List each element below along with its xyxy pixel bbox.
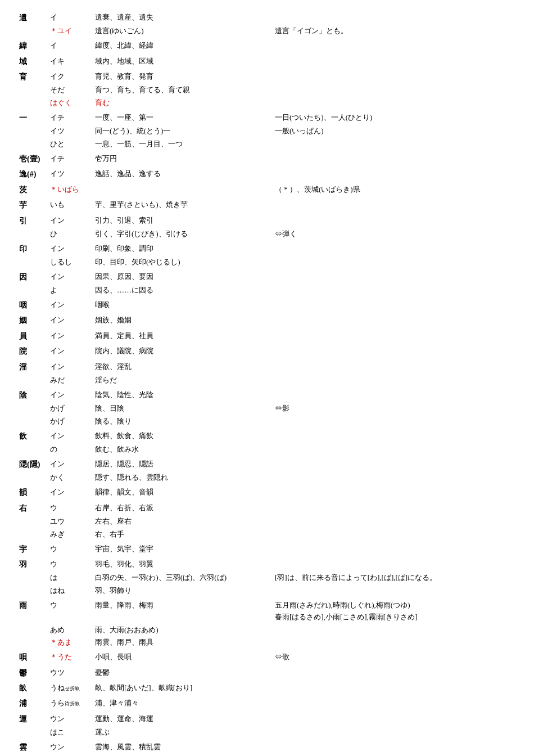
reading-cell: かげ xyxy=(48,402,93,415)
kanji-cell: 宇 xyxy=(17,543,48,556)
reading-text: イン xyxy=(50,431,65,440)
reading-annotation: せ折畝 xyxy=(65,686,80,691)
examples-text: 運ぶ xyxy=(95,728,110,736)
kanji-char: 因 xyxy=(19,273,27,281)
reading-text: ウ xyxy=(50,601,57,609)
kanji-cell: 芋 xyxy=(17,199,48,212)
examples-cell: 芋、里芋(さといも)、焼き芋 xyxy=(93,199,273,212)
kanji-char: 茨 xyxy=(19,186,27,194)
kanji-char: 壱(壹) xyxy=(19,155,40,163)
reading-text: かげ xyxy=(50,404,65,412)
reading-text: かげ xyxy=(50,417,65,425)
examples-cell: 陰気、陰性、光陰 xyxy=(93,389,273,402)
kanji-char: 韻 xyxy=(19,488,27,497)
reading-cell: いも xyxy=(48,199,93,212)
examples-text: 遺言(ゆいごん) xyxy=(95,26,144,35)
kanji-cell: 遺 xyxy=(17,11,48,25)
note-cell xyxy=(273,471,517,484)
reading-text: の xyxy=(50,445,57,453)
examples-text: 一度、一座、第一 xyxy=(95,113,153,122)
kanji-cell: 一 xyxy=(17,111,48,125)
reading-text: いも xyxy=(50,200,65,209)
reading-cell: イン xyxy=(48,299,93,312)
examples-cell: 因る、……に因る xyxy=(93,284,273,297)
kanji-cell xyxy=(17,284,48,297)
reading-text: イツ xyxy=(50,127,65,135)
note-text: （＊）、茨城(いばらき)県 xyxy=(275,185,360,194)
reading-cell: イン xyxy=(48,486,93,500)
examples-text: 白羽の矢、一羽(わ)、三羽(ば)、六羽(ば) xyxy=(95,573,227,582)
examples-cell: 隠す、隠れる、雲隠れ xyxy=(93,471,273,484)
examples-text: 雲海、風雲、積乱雲 xyxy=(95,742,161,751)
examples-cell: 飲料、飲食、痛飲 xyxy=(93,430,273,443)
examples-cell: 雨量、降雨、梅雨 xyxy=(93,599,273,624)
examples-cell: 運動、運命、海運 xyxy=(93,713,273,726)
reading-text: イツ xyxy=(50,169,65,178)
note-cell xyxy=(273,486,517,500)
examples-cell: 遺言(ゆいごん) xyxy=(93,25,273,38)
examples-cell: 逸話、逸品、逸する xyxy=(93,168,273,181)
reading-text: イン xyxy=(50,316,65,324)
note-cell: 一日(ついたち)、一人(ひとり) xyxy=(273,111,517,125)
note-cell xyxy=(273,458,517,471)
note-cell xyxy=(273,242,517,256)
reading-text: うら xyxy=(50,699,65,707)
kanji-char: 右 xyxy=(19,504,27,512)
kanji-char: 芋 xyxy=(19,201,27,209)
reading-text: はこ xyxy=(50,728,65,736)
reading-cell: ウ xyxy=(48,502,93,515)
kanji-char: 姻 xyxy=(19,316,27,325)
reading-text: ウ xyxy=(50,544,57,553)
kanji-cell xyxy=(17,471,48,484)
reading-text: イチ xyxy=(50,113,65,122)
kanji-char: 引 xyxy=(19,217,27,225)
examples-text: 緯度、北緯、経緯 xyxy=(95,41,153,50)
reading-cell: しるし xyxy=(48,256,93,269)
reading-cell: ウ xyxy=(48,543,93,556)
reading-cell: は xyxy=(48,572,93,584)
reading-text: はぐく xyxy=(50,98,72,107)
note-cell: 五月雨(さみだれ),時雨(しぐれ),梅雨(つゆ) 春雨[はるさめ],小雨[こさめ… xyxy=(273,599,517,624)
examples-cell: 淫らだ xyxy=(93,374,273,387)
reading-text: イン xyxy=(50,390,65,399)
examples-text: 右岸、右折、右派 xyxy=(95,503,153,512)
kanji-cell: 咽 xyxy=(17,299,48,312)
reading-text: はね xyxy=(50,586,65,595)
kanji-cell: 因 xyxy=(17,271,48,284)
kanji-cell: 淫 xyxy=(17,361,48,374)
note-cell xyxy=(273,168,517,181)
examples-text: 右、右手 xyxy=(95,530,124,538)
kanji-cell xyxy=(17,726,48,739)
examples-text: 飲む、飲み水 xyxy=(95,445,139,453)
examples-text: 雨、大雨(おおあめ) xyxy=(95,626,159,634)
reading-cell: イ xyxy=(48,11,93,25)
examples-cell: 因果、原因、要因 xyxy=(93,271,273,284)
note-cell xyxy=(273,55,517,69)
reading-text: イン xyxy=(50,244,65,253)
examples-cell: 引く、字引(じびき)、引ける xyxy=(93,228,273,241)
kanji-char: 隠(隱) xyxy=(19,460,40,469)
note-cell xyxy=(273,345,517,358)
examples-cell: 育む xyxy=(93,97,273,110)
note-cell xyxy=(273,314,517,327)
note-text: ⇔影 xyxy=(275,404,289,412)
kanji-char: 育 xyxy=(19,73,27,81)
examples-text: 羽毛、羽化、羽翼 xyxy=(95,560,153,568)
reading-cell: よ xyxy=(48,284,93,297)
kanji-char: 浦 xyxy=(19,699,27,708)
note-cell xyxy=(273,299,517,312)
examples-cell: 右岸、右折、右派 xyxy=(93,502,273,515)
reading-text: イン xyxy=(50,272,65,281)
examples-text: 羽、羽飾り xyxy=(95,586,132,595)
examples-cell: 淫欲、淫乱 xyxy=(93,361,273,374)
reading-text: ウ xyxy=(50,560,57,568)
note-cell xyxy=(273,70,517,84)
reading-text: イン xyxy=(50,331,65,340)
note-cell xyxy=(273,726,517,739)
note-cell xyxy=(273,97,517,110)
reading-text: あめ xyxy=(50,626,65,634)
note-cell xyxy=(273,697,517,710)
note-cell xyxy=(273,741,517,754)
kanji-char: 羽 xyxy=(19,560,27,569)
note-cell xyxy=(273,374,517,387)
